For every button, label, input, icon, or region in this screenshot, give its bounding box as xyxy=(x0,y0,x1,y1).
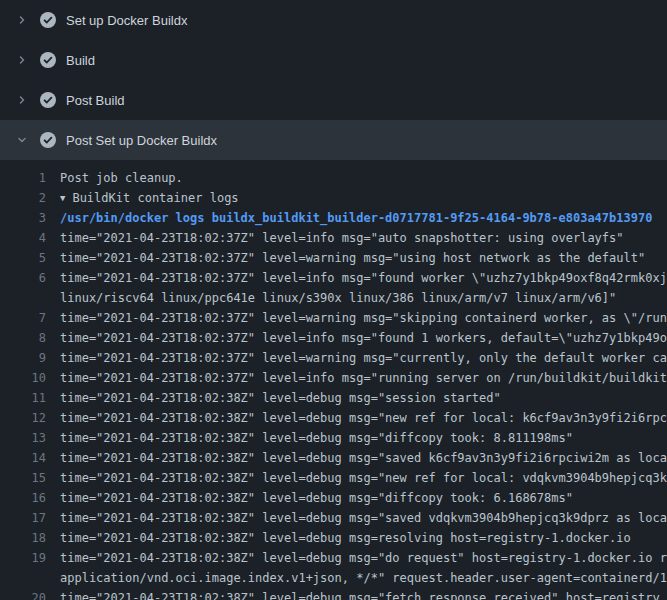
log-line[interactable]: 16 time="2021-04-23T18:02:38Z" level=deb… xyxy=(0,488,667,508)
log-line-number[interactable]: 13 xyxy=(0,428,60,448)
check-circle-icon xyxy=(40,12,56,28)
log-line-number[interactable]: 6 xyxy=(0,268,60,288)
log-line-number[interactable]: 14 xyxy=(0,448,60,468)
log-line[interactable]: linux/riscv64 linux/ppc641e linux/s390x … xyxy=(0,288,667,308)
log-line-text: time="2021-04-23T18:02:37Z" level=info m… xyxy=(60,268,667,288)
log-line-text: time="2021-04-23T18:02:37Z" level=warnin… xyxy=(60,308,667,328)
step-header-post-set-up-docker-buildx[interactable]: Post Set up Docker Buildx xyxy=(0,120,667,160)
log-line[interactable]: 2 ▼ BuildKit container logs xyxy=(0,188,667,208)
log-line[interactable]: 18 time="2021-04-23T18:02:38Z" level=deb… xyxy=(0,528,667,548)
step-title: Build xyxy=(66,53,95,68)
log-line-number[interactable]: 10 xyxy=(0,368,60,388)
log-line-number[interactable]: 20 xyxy=(0,588,60,600)
log-line-number[interactable] xyxy=(0,288,60,308)
chevron-right-icon xyxy=(14,12,30,28)
log-line-text: time="2021-04-23T18:02:38Z" level=debug … xyxy=(60,428,573,448)
log-line-text: time="2021-04-23T18:02:38Z" level=debug … xyxy=(60,508,667,528)
chevron-down-icon xyxy=(14,132,30,148)
log-output: 1 Post job cleanup. 2 ▼ BuildKit contain… xyxy=(0,160,667,600)
log-line-text: time="2021-04-23T18:02:38Z" level=debug … xyxy=(60,388,501,408)
log-line-number[interactable]: 19 xyxy=(0,548,60,568)
log-line-text: time="2021-04-23T18:02:38Z" level=debug … xyxy=(60,408,667,428)
log-line-text: time="2021-04-23T18:02:37Z" level=info m… xyxy=(60,328,667,348)
group-caret-icon[interactable]: ▼ xyxy=(60,188,65,208)
check-circle-icon xyxy=(40,92,56,108)
log-line-number[interactable]: 7 xyxy=(0,308,60,328)
log-line-number[interactable]: 9 xyxy=(0,348,60,368)
log-line[interactable]: 7 time="2021-04-23T18:02:37Z" level=warn… xyxy=(0,308,667,328)
step-header-build[interactable]: Build xyxy=(0,40,667,80)
log-line-text: time="2021-04-23T18:02:38Z" level=debug … xyxy=(60,468,667,488)
log-line-number[interactable]: 4 xyxy=(0,228,60,248)
step-header-set-up-docker-buildx[interactable]: Set up Docker Buildx xyxy=(0,0,667,40)
log-line-text: time="2021-04-23T18:02:37Z" level=info m… xyxy=(60,368,667,388)
check-circle-icon xyxy=(40,132,56,148)
log-line-text: time="2021-04-23T18:02:38Z" level=debug … xyxy=(60,448,667,468)
log-line-text: BuildKit container logs xyxy=(72,188,238,208)
log-line[interactable]: 1 Post job cleanup. xyxy=(0,168,667,188)
log-line[interactable]: 10 time="2021-04-23T18:02:37Z" level=inf… xyxy=(0,368,667,388)
step-header-post-build[interactable]: Post Build xyxy=(0,80,667,120)
log-line-number[interactable]: 2 xyxy=(0,188,60,208)
log-line[interactable]: 4 time="2021-04-23T18:02:37Z" level=info… xyxy=(0,228,667,248)
log-line-text: application/vnd.oci.image.index.v1+json,… xyxy=(60,568,667,588)
log-line-number[interactable]: 15 xyxy=(0,468,60,488)
log-line[interactable]: 11 time="2021-04-23T18:02:38Z" level=deb… xyxy=(0,388,667,408)
log-line[interactable]: 17 time="2021-04-23T18:02:38Z" level=deb… xyxy=(0,508,667,528)
log-line-text: /usr/bin/docker logs buildx_buildkit_bui… xyxy=(60,208,652,228)
log-line[interactable]: 6 time="2021-04-23T18:02:37Z" level=info… xyxy=(0,268,667,288)
log-line[interactable]: 8 time="2021-04-23T18:02:37Z" level=info… xyxy=(0,328,667,348)
log-line-number[interactable]: 8 xyxy=(0,328,60,348)
chevron-right-icon xyxy=(14,52,30,68)
log-line[interactable]: 19 time="2021-04-23T18:02:38Z" level=deb… xyxy=(0,548,667,568)
log-line-text: time="2021-04-23T18:02:37Z" level=info m… xyxy=(60,228,624,248)
log-line[interactable]: 9 time="2021-04-23T18:02:37Z" level=warn… xyxy=(0,348,667,368)
log-line-text: Post job cleanup. xyxy=(60,168,183,188)
log-line[interactable]: 3 /usr/bin/docker logs buildx_buildkit_b… xyxy=(0,208,667,228)
log-line-text: time="2021-04-23T18:02:38Z" level=debug … xyxy=(60,588,660,600)
log-line[interactable]: 5 time="2021-04-23T18:02:37Z" level=warn… xyxy=(0,248,667,268)
log-line[interactable]: 20 time="2021-04-23T18:02:38Z" level=deb… xyxy=(0,588,667,600)
log-line-number[interactable]: 12 xyxy=(0,408,60,428)
log-line-number[interactable] xyxy=(0,568,60,588)
log-line-number[interactable]: 17 xyxy=(0,508,60,528)
check-circle-icon xyxy=(40,52,56,68)
log-line-number[interactable]: 1 xyxy=(0,168,60,188)
log-line-number[interactable]: 18 xyxy=(0,528,60,548)
log-line[interactable]: 12 time="2021-04-23T18:02:38Z" level=deb… xyxy=(0,408,667,428)
log-line[interactable]: application/vnd.oci.image.index.v1+json,… xyxy=(0,568,667,588)
log-line-text: time="2021-04-23T18:02:37Z" level=warnin… xyxy=(60,348,667,368)
step-title: Post Set up Docker Buildx xyxy=(66,133,217,148)
workflow-log-viewer: Set up Docker Buildx Build Post Build xyxy=(0,0,667,600)
log-line-text: time="2021-04-23T18:02:38Z" level=debug … xyxy=(60,548,667,568)
step-title: Set up Docker Buildx xyxy=(66,13,187,28)
log-line-text: time="2021-04-23T18:02:38Z" level=debug … xyxy=(60,528,631,548)
chevron-right-icon xyxy=(14,92,30,108)
log-line-number[interactable]: 16 xyxy=(0,488,60,508)
log-line-text: time="2021-04-23T18:02:38Z" level=debug … xyxy=(60,488,573,508)
log-line-number[interactable]: 5 xyxy=(0,248,60,268)
log-line[interactable]: 14 time="2021-04-23T18:02:38Z" level=deb… xyxy=(0,448,667,468)
log-line-number[interactable]: 3 xyxy=(0,208,60,228)
log-line-number[interactable]: 11 xyxy=(0,388,60,408)
log-line-text: linux/riscv64 linux/ppc641e linux/s390x … xyxy=(60,288,616,308)
step-title: Post Build xyxy=(66,93,125,108)
log-line[interactable]: 15 time="2021-04-23T18:02:38Z" level=deb… xyxy=(0,468,667,488)
log-line[interactable]: 13 time="2021-04-23T18:02:38Z" level=deb… xyxy=(0,428,667,448)
log-line-text: time="2021-04-23T18:02:37Z" level=warnin… xyxy=(60,248,645,268)
step-list: Set up Docker Buildx Build Post Build xyxy=(0,0,667,160)
